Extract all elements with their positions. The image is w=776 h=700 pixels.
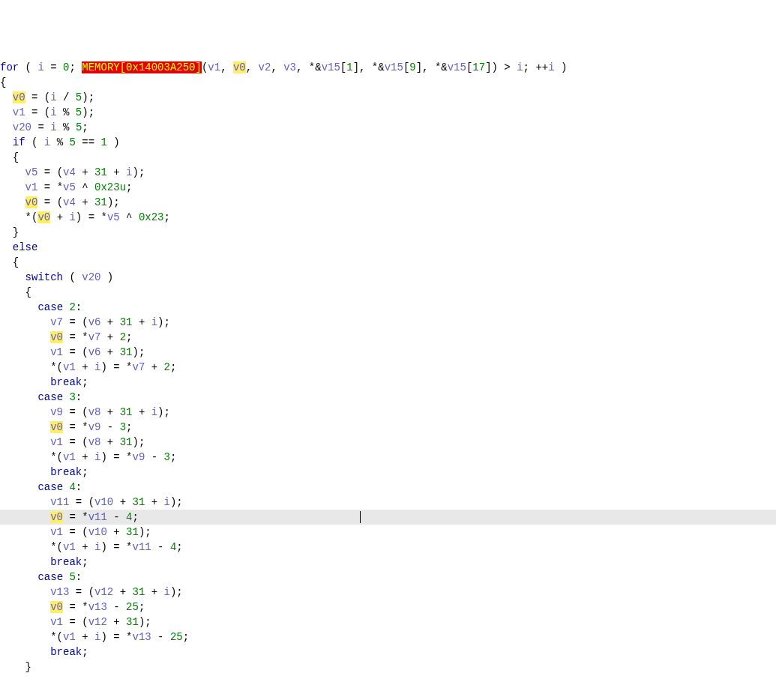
token[interactable]: { <box>13 256 19 268</box>
token[interactable]: *( <box>50 631 63 643</box>
token[interactable]: + <box>100 316 119 328</box>
token[interactable]: *( <box>50 541 63 553</box>
token[interactable]: = * <box>63 331 88 343</box>
token[interactable]: *( <box>50 451 63 463</box>
token[interactable]: v11 <box>132 541 151 553</box>
token[interactable]: v12 <box>94 586 113 598</box>
token[interactable]: v1 <box>50 346 63 358</box>
token[interactable]: ; <box>82 376 88 388</box>
token[interactable]: ; <box>132 511 138 523</box>
token[interactable]: v1 <box>50 436 63 448</box>
token[interactable]: = ( <box>25 91 51 103</box>
token[interactable]: = ( <box>63 436 88 448</box>
token[interactable]: ); <box>82 91 94 103</box>
token[interactable]: i <box>517 61 523 73</box>
code-line[interactable]: { <box>0 150 776 165</box>
token[interactable]: else <box>13 241 38 253</box>
token[interactable]: + <box>145 496 163 508</box>
token[interactable]: 25 <box>170 631 183 643</box>
token[interactable]: 31 <box>120 436 133 448</box>
code-line[interactable]: if ( i % 5 == 1 ) <box>0 135 776 150</box>
token[interactable]: v1 <box>13 106 25 118</box>
code-line[interactable]: v0 = *v13 - 25; <box>0 600 776 615</box>
token[interactable]: + <box>76 166 94 178</box>
token[interactable]: ; <box>82 121 88 133</box>
token[interactable]: *( <box>25 211 38 223</box>
token[interactable]: v10 <box>88 526 107 538</box>
token[interactable]: v1 <box>50 616 63 628</box>
token[interactable]: v11 <box>88 511 107 523</box>
token[interactable]: v8 <box>88 406 101 418</box>
token[interactable]: v1 <box>50 526 63 538</box>
token[interactable]: switch <box>25 271 63 283</box>
token[interactable]: % <box>50 136 69 148</box>
token[interactable]: v9 <box>88 421 101 433</box>
token[interactable]: { <box>0 76 6 88</box>
token[interactable]: = ( <box>63 526 88 538</box>
token[interactable]: + <box>76 196 94 208</box>
token[interactable]: 2 <box>69 301 75 313</box>
token[interactable]: ( <box>19 61 37 73</box>
token[interactable]: + <box>76 541 94 553</box>
token[interactable]: } <box>13 226 19 238</box>
code-line[interactable]: v1 = (v8 + 31); <box>0 435 776 450</box>
token[interactable]: 9 <box>409 61 415 73</box>
token[interactable]: i <box>151 406 157 418</box>
token[interactable]: ; <box>126 181 132 193</box>
token[interactable]: v13 <box>50 586 69 598</box>
token[interactable]: ; <box>170 361 176 373</box>
code-line[interactable]: for ( i = 0; MEMORY[0x14003A250](v1, v0,… <box>0 60 776 75</box>
code-line[interactable]: *(v1 + i) = *v9 - 3; <box>0 450 776 465</box>
code-line[interactable]: case 2: <box>0 300 776 315</box>
token[interactable]: ) = * <box>76 211 107 223</box>
token[interactable]: ); <box>133 166 145 178</box>
token[interactable]: ) <box>100 271 113 283</box>
code-line[interactable]: v20 = i % 5; <box>0 120 776 135</box>
token[interactable]: ); <box>107 196 120 208</box>
token[interactable]: i <box>69 211 75 223</box>
token[interactable]: case <box>37 571 63 583</box>
token[interactable]: v13 <box>132 631 151 643</box>
token[interactable]: ); <box>170 496 183 508</box>
token[interactable]: i <box>50 121 56 133</box>
code-line[interactable]: break; <box>0 645 776 660</box>
code-line[interactable]: case 5: <box>0 570 776 585</box>
token[interactable]: MEMORY[0x14003A250] <box>82 61 202 73</box>
token[interactable]: v0 <box>25 196 38 208</box>
token[interactable]: v13 <box>88 601 107 613</box>
token[interactable]: i <box>50 106 56 118</box>
token[interactable]: ) = * <box>100 361 132 373</box>
code-line[interactable]: v0 = *v7 + 2; <box>0 330 776 345</box>
token[interactable]: = ( <box>69 496 94 508</box>
token[interactable]: : <box>76 301 82 313</box>
token[interactable]: ); <box>139 526 151 538</box>
token[interactable]: ; <box>126 331 132 343</box>
token[interactable]: 17 <box>472 61 485 73</box>
token[interactable]: i <box>151 316 157 328</box>
token[interactable]: 3 <box>164 451 170 463</box>
token[interactable]: v5 <box>107 211 120 223</box>
token[interactable]: v20 <box>13 121 31 133</box>
token[interactable]: { <box>13 151 19 163</box>
token[interactable]: ; <box>164 211 170 223</box>
token[interactable]: v7 <box>88 331 101 343</box>
token[interactable]: + <box>100 436 119 448</box>
token[interactable]: v1 <box>25 181 38 193</box>
code-line[interactable]: *(v1 + i) = *v11 - 4; <box>0 540 776 555</box>
token[interactable]: v3 <box>283 61 296 73</box>
code-line[interactable]: *(v1 + i) = *v7 + 2; <box>0 360 776 375</box>
token[interactable]: , <box>246 61 259 73</box>
token[interactable]: 31 <box>126 526 139 538</box>
token[interactable]: = ( <box>37 196 63 208</box>
token[interactable]: 25 <box>126 601 139 613</box>
token[interactable]: v9 <box>132 451 145 463</box>
code-line[interactable]: v1 = (v12 + 31); <box>0 615 776 630</box>
token[interactable]: : <box>76 571 82 583</box>
token[interactable]: ; <box>82 646 88 658</box>
token[interactable]: v6 <box>88 316 101 328</box>
token[interactable]: v0 <box>37 211 50 223</box>
token[interactable]: = ( <box>63 406 88 418</box>
token[interactable]: + <box>76 451 94 463</box>
token[interactable]: + <box>107 616 126 628</box>
code-line[interactable]: break; <box>0 375 776 390</box>
